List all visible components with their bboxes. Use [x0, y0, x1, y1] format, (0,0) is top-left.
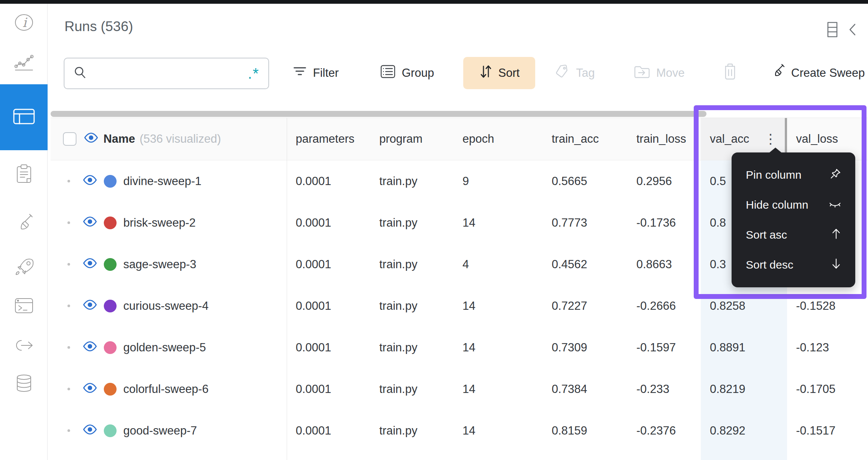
svg-text:i: i — [22, 15, 28, 30]
cell-epoch: 14 — [453, 216, 543, 230]
create-sweep-button[interactable]: Create Sweep — [770, 57, 865, 89]
cell-val-loss: -0.1705 — [787, 382, 868, 396]
terminal-icon — [14, 297, 34, 315]
group-button[interactable]: Group — [380, 57, 434, 89]
menu-item-hide-column[interactable]: Hide column — [732, 190, 855, 220]
sort-arrows-icon — [479, 64, 492, 82]
select-all-checkbox[interactable] — [63, 132, 76, 146]
visibility-eye-icon[interactable] — [84, 132, 98, 146]
filter-button[interactable]: Filter — [293, 57, 339, 89]
row-drag-handle[interactable] — [67, 305, 70, 307]
table-row[interactable]: colorful-sweep-6 0.0001 train.py 14 0.73… — [51, 368, 868, 410]
column-menu-kebab-icon[interactable]: ⋮ — [764, 132, 777, 146]
run-name-link[interactable]: good-sweep-7 — [123, 424, 197, 438]
sidebar-item-charts[interactable] — [0, 44, 48, 83]
sort-asc-label: Sort asc — [746, 229, 787, 241]
run-color-dot — [104, 300, 117, 312]
sidebar: i — [0, 4, 48, 460]
cell-val-loss: -0.1517 — [787, 424, 868, 438]
row-drag-handle[interactable] — [67, 388, 70, 390]
run-name-link[interactable]: curious-sweep-4 — [123, 299, 208, 313]
cell-train-loss: -0.2666 — [627, 299, 701, 313]
sidebar-item-launch[interactable] — [0, 248, 48, 287]
sidebar-item-terminal[interactable] — [0, 287, 48, 326]
cell-val-acc: 0.8292 — [701, 424, 787, 438]
run-visibility-eye-icon[interactable] — [83, 299, 97, 313]
arrow-up-icon — [831, 228, 841, 242]
table-row[interactable]: good-sweep-7 0.0001 train.py 14 0.8159 -… — [51, 410, 868, 451]
eye-closed-icon — [829, 199, 841, 211]
column-header-program[interactable]: program — [370, 118, 453, 160]
cell-train-loss: -0.233 — [627, 382, 701, 396]
line-chart-icon — [13, 54, 35, 73]
pin-icon — [830, 168, 841, 182]
delete-button[interactable] — [723, 57, 737, 89]
tag-icon — [555, 64, 570, 82]
pin-column-label: Pin column — [746, 169, 801, 181]
sidebar-item-notes[interactable] — [0, 155, 48, 194]
table-row[interactable]: curious-sweep-4 0.0001 train.py 14 0.722… — [51, 285, 868, 327]
collapse-chevron-icon[interactable] — [848, 23, 856, 38]
row-drag-handle[interactable] — [67, 429, 70, 432]
sidebar-item-info[interactable]: i — [0, 4, 48, 43]
row-drag-handle[interactable] — [67, 346, 70, 349]
cell-train-loss: -0.2376 — [627, 424, 701, 438]
cell-epoch: 14 — [453, 299, 543, 313]
sidebar-item-sweeps[interactable] — [0, 205, 48, 243]
filter-label: Filter — [313, 66, 339, 80]
horizontal-scrollbar[interactable] — [51, 111, 706, 117]
search-box[interactable]: .* — [64, 58, 269, 89]
cell-epoch: 9 — [453, 175, 543, 188]
run-color-dot — [104, 175, 117, 188]
cell-train-loss: -0.1597 — [627, 341, 701, 354]
cell-train-acc: 0.5665 — [543, 175, 627, 188]
column-header-epoch[interactable]: epoch — [453, 118, 543, 160]
run-visibility-eye-icon[interactable] — [83, 424, 97, 438]
menu-item-sort-asc[interactable]: Sort asc — [732, 220, 855, 250]
column-header-parameters[interactable]: parameters — [287, 118, 370, 160]
move-button[interactable]: Move — [634, 57, 685, 89]
row-drag-handle[interactable] — [67, 263, 70, 266]
column-panel-icon[interactable] — [826, 21, 838, 39]
run-name-link[interactable]: divine-sweep-1 — [123, 175, 202, 188]
page-title: Runs (536) — [64, 19, 133, 34]
cell-program: train.py — [370, 299, 453, 313]
sidebar-item-links[interactable] — [0, 327, 48, 366]
row-drag-handle[interactable] — [67, 180, 70, 182]
sidebar-item-artifacts[interactable] — [0, 364, 48, 403]
sort-desc-label: Sort desc — [746, 258, 793, 271]
run-visibility-eye-icon[interactable] — [83, 258, 97, 271]
val-acc-header-label: val_acc — [710, 132, 749, 146]
run-visibility-eye-icon[interactable] — [83, 216, 97, 230]
table-row[interactable]: golden-sweep-5 0.0001 train.py 14 0.7309… — [51, 327, 868, 368]
column-header-train-acc[interactable]: train_acc — [543, 118, 627, 160]
cell-program: train.py — [370, 175, 453, 188]
cell-epoch: 14 — [453, 424, 543, 438]
menu-item-sort-desc[interactable]: Sort desc — [732, 250, 855, 280]
tag-label: Tag — [576, 66, 595, 80]
cell-program: train.py — [370, 424, 453, 438]
run-name-link[interactable]: colorful-sweep-6 — [123, 382, 208, 396]
menu-item-pin-column[interactable]: Pin column — [732, 160, 855, 190]
tag-button[interactable]: Tag — [555, 57, 595, 89]
sort-button[interactable]: Sort — [463, 57, 535, 89]
info-icon: i — [14, 14, 34, 33]
run-name-link[interactable]: sage-sweep-3 — [123, 258, 196, 271]
column-header-train-loss[interactable]: train_loss — [627, 118, 701, 160]
search-input[interactable] — [92, 67, 248, 80]
run-color-dot — [104, 341, 117, 354]
run-visibility-eye-icon[interactable] — [83, 341, 97, 354]
name-column-header[interactable]: Name (536 visualized) — [51, 118, 287, 160]
cell-val-acc: 0.8219 — [701, 382, 787, 396]
run-visibility-eye-icon[interactable] — [83, 382, 97, 396]
name-header-label: Name — [103, 132, 135, 146]
window-top-edge — [0, 0, 868, 4]
row-drag-handle[interactable] — [67, 221, 70, 224]
sidebar-item-runs-table[interactable] — [0, 84, 48, 150]
run-visibility-eye-icon[interactable] — [83, 175, 97, 188]
run-name-link[interactable]: golden-sweep-5 — [123, 341, 206, 354]
cell-train-acc: 0.8159 — [543, 424, 627, 438]
name-column-divider — [287, 118, 287, 460]
run-name-link[interactable]: brisk-sweep-2 — [123, 216, 196, 230]
cell-val-loss: -0.123 — [787, 341, 868, 354]
